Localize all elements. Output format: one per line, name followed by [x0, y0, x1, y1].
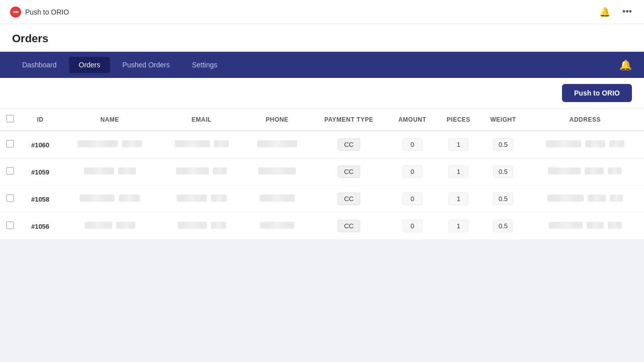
nav-item-dashboard[interactable]: Dashboard [12, 57, 67, 73]
row-checkbox[interactable] [6, 140, 14, 148]
row-amount: 0 [388, 213, 437, 240]
row-address [526, 213, 644, 240]
row-address [526, 186, 644, 213]
row-pieces: 1 [437, 213, 480, 240]
row-amount: 0 [388, 186, 437, 213]
row-email [159, 186, 244, 213]
bell-icon: 🔔 [599, 7, 610, 17]
row-weight: 0.5 [480, 186, 526, 213]
row-checkbox[interactable] [6, 194, 14, 202]
notification-icon-button[interactable]: 🔔 [597, 5, 612, 20]
nav-item-orders[interactable]: Orders [69, 57, 111, 73]
row-pieces: 1 [437, 131, 480, 158]
row-payment-type: CC [310, 131, 388, 158]
empty-area [0, 240, 644, 330]
top-bar: orio Push to ORIO 🔔 ••• [0, 0, 644, 24]
nav-item-pushed-orders[interactable]: Pushed Orders [112, 57, 180, 73]
app-title-label: Push to ORIO [25, 8, 69, 16]
col-pieces: PIECES [437, 109, 480, 131]
orders-table: ID NAME EMAIL PHONE PAYMENT TYPE AMOUNT … [0, 109, 644, 240]
more-icon: ••• [622, 7, 632, 17]
toolbar: Push to ORIO [0, 78, 644, 109]
nav-bell-button[interactable]: 🔔 [619, 59, 632, 71]
row-payment-type: CC [310, 158, 388, 186]
page-title: Orders [12, 32, 632, 45]
row-amount: 0 [388, 131, 437, 158]
row-name [60, 158, 159, 186]
row-checkbox-cell [0, 158, 20, 186]
row-name [60, 131, 159, 158]
row-email [159, 131, 244, 158]
col-phone: PHONE [244, 109, 310, 131]
row-phone [244, 186, 310, 213]
table-header-row: ID NAME EMAIL PHONE PAYMENT TYPE AMOUNT … [0, 109, 644, 131]
page-header: Orders [0, 24, 644, 52]
nav-items: Dashboard Orders Pushed Orders Settings [12, 57, 227, 73]
row-checkbox-cell [0, 213, 20, 240]
table-row: #1058 CC 0 [0, 186, 644, 213]
row-checkbox-cell [0, 131, 20, 158]
row-name [60, 186, 159, 213]
row-id: #1058 [20, 186, 60, 213]
row-id: #1059 [20, 158, 60, 186]
orders-table-wrapper: ID NAME EMAIL PHONE PAYMENT TYPE AMOUNT … [0, 109, 644, 240]
nav-bell-icon: 🔔 [619, 59, 632, 70]
row-pieces: 1 [437, 186, 480, 213]
row-weight: 0.5 [480, 158, 526, 186]
row-amount: 0 [388, 158, 437, 186]
row-checkbox-cell [0, 186, 20, 213]
more-options-button[interactable]: ••• [620, 5, 634, 19]
row-payment-type: CC [310, 186, 388, 213]
row-email [159, 213, 244, 240]
col-amount: AMOUNT [388, 109, 437, 131]
table-row: #1059 CC 0 [0, 158, 644, 186]
row-address [526, 158, 644, 186]
col-weight: WEIGHT [480, 109, 526, 131]
row-address [526, 131, 644, 158]
row-email [159, 158, 244, 186]
top-bar-actions: 🔔 ••• [597, 5, 634, 20]
select-all-checkbox[interactable] [6, 115, 14, 123]
col-name: NAME [60, 109, 159, 131]
row-checkbox[interactable] [6, 167, 14, 175]
row-id: #1056 [20, 213, 60, 240]
col-payment-type: PAYMENT TYPE [310, 109, 388, 131]
row-phone [244, 213, 310, 240]
row-pieces: 1 [437, 158, 480, 186]
push-to-orio-button[interactable]: Push to ORIO [562, 84, 632, 102]
col-email: EMAIL [159, 109, 244, 131]
col-checkbox [0, 109, 20, 131]
row-weight: 0.5 [480, 213, 526, 240]
top-bar-brand: orio Push to ORIO [10, 7, 69, 18]
nav-bar: Dashboard Orders Pushed Orders Settings … [0, 52, 644, 78]
row-checkbox[interactable] [6, 221, 14, 229]
row-name [60, 213, 159, 240]
row-phone [244, 131, 310, 158]
col-id: ID [20, 109, 60, 131]
row-payment-type: CC [310, 213, 388, 240]
nav-item-settings[interactable]: Settings [182, 57, 227, 73]
row-phone [244, 158, 310, 186]
row-weight: 0.5 [480, 131, 526, 158]
app-logo: orio [10, 7, 21, 18]
col-address: ADDRESS [526, 109, 644, 131]
table-row: #1060 CC 0 [0, 131, 644, 158]
table-row: #1056 CC 0 [0, 213, 644, 240]
row-id: #1060 [20, 131, 60, 158]
